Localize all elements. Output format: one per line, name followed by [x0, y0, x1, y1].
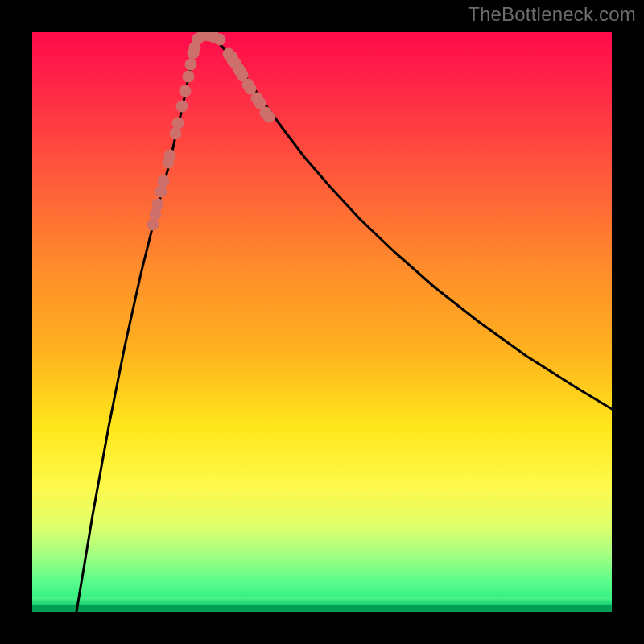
- data-point: [172, 118, 184, 130]
- data-point: [152, 199, 164, 211]
- data-point: [155, 186, 167, 198]
- data-point: [245, 83, 257, 95]
- data-point: [164, 150, 176, 162]
- curve-svg: [32, 32, 612, 612]
- data-point: [226, 52, 238, 64]
- data-point: [183, 71, 195, 83]
- chart-frame: TheBottleneck.com: [0, 0, 644, 644]
- data-point: [185, 59, 197, 71]
- data-point: [170, 128, 182, 140]
- data-point: [214, 34, 226, 46]
- data-point: [234, 65, 246, 77]
- watermark-text: TheBottleneck.com: [468, 3, 636, 26]
- plot-area: [32, 32, 612, 612]
- data-point: [158, 175, 170, 188]
- data-point: [147, 219, 159, 231]
- bottleneck-curve: [76, 35, 612, 612]
- data-point: [176, 101, 188, 113]
- data-point: [260, 107, 272, 119]
- data-point: [180, 85, 192, 97]
